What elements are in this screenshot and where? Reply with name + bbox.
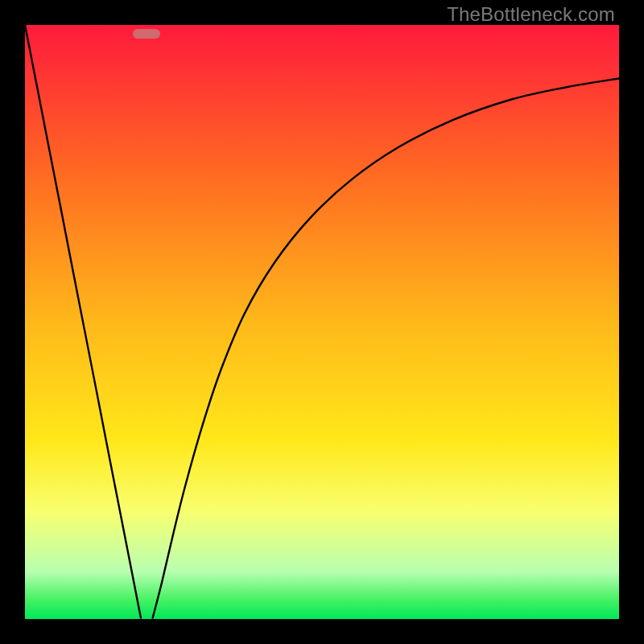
- watermark-text: TheBottleneck.com: [447, 3, 615, 26]
- gradient-background: [25, 25, 619, 619]
- bottleneck-chart: [25, 25, 619, 619]
- minimum-marker: [133, 29, 160, 39]
- plot-frame: [25, 25, 619, 619]
